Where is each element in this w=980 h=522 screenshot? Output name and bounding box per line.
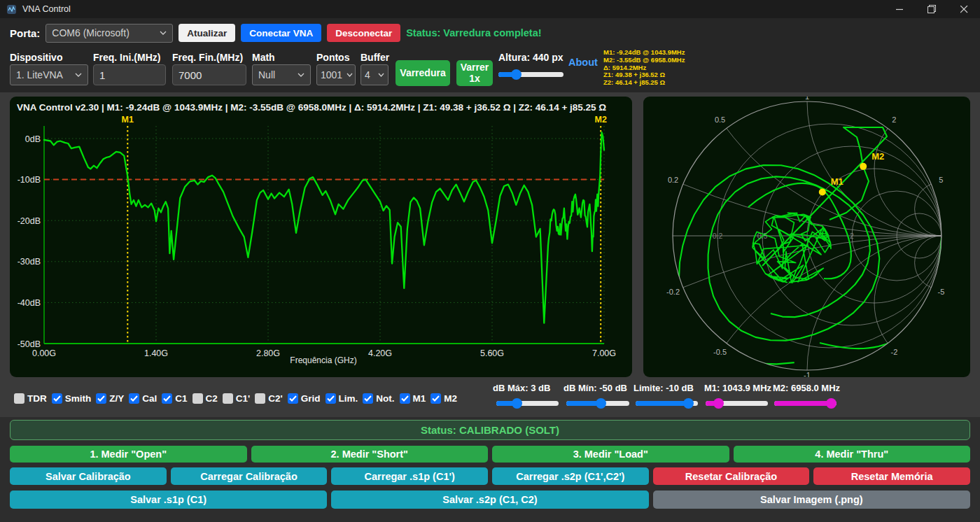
slider-1[interactable] xyxy=(566,398,629,409)
checkbox-box[interactable] xyxy=(129,393,139,404)
checkbox-box[interactable] xyxy=(363,393,373,404)
device-select[interactable]: 1. LiteVNA xyxy=(10,64,88,85)
svg-text:0.5: 0.5 xyxy=(757,232,768,240)
connect-button[interactable]: Conectar VNA xyxy=(241,24,321,42)
checkbox-box[interactable] xyxy=(430,393,441,404)
sweep-once-button[interactable]: Varrer1x xyxy=(456,60,493,86)
cal-button-3[interactable]: Carregar .s1p (C1') xyxy=(331,467,488,485)
sweep-once-line1: Varrer xyxy=(461,62,489,73)
buffer-select-value: 4 xyxy=(365,69,370,80)
checkbox-tdr[interactable]: TDR xyxy=(14,393,47,404)
checkbox-box[interactable] xyxy=(96,393,106,404)
measure-button-1[interactable]: 1. Medir "Open" xyxy=(10,446,247,463)
save-button-3[interactable]: Salvar Imagem (.png) xyxy=(653,491,970,509)
checkbox-box[interactable] xyxy=(326,393,336,404)
save-button-1[interactable]: Salvar .s1p (C1) xyxy=(10,491,327,509)
svg-text:-5: -5 xyxy=(938,288,945,296)
chevron-down-icon xyxy=(346,73,353,77)
checkbox-grid[interactable]: Grid xyxy=(288,393,321,404)
checkbox-box[interactable] xyxy=(162,393,172,404)
checkbox-not[interactable]: Not. xyxy=(363,393,394,404)
cal-button-6[interactable]: Resetar Memória xyxy=(813,467,970,485)
port-select[interactable]: COM6 (Microsoft) xyxy=(46,24,173,43)
checkbox-label: C2' xyxy=(268,393,282,404)
math-select[interactable]: Null xyxy=(252,64,311,85)
display-options: TDRSmithZ/YCalC1C2C1'C2'GridLim.Not.M1M2 xyxy=(14,390,457,406)
cal-button-5[interactable]: Resetar Calibração xyxy=(653,467,810,485)
height-label: Altura: 440 px xyxy=(498,52,564,63)
slider-2[interactable] xyxy=(636,398,698,409)
slider-2-knob[interactable] xyxy=(683,398,694,409)
freq-start-input[interactable]: 1 xyxy=(93,64,166,85)
svg-text:VNA Control v2.30 | M1: -9.24d: VNA Control v2.30 | M1: -9.24dB @ 1043.9… xyxy=(17,102,606,113)
save-button-2[interactable]: Salvar .s2p (C1, C2) xyxy=(331,491,648,509)
checkbox-m1[interactable]: M1 xyxy=(400,393,426,404)
sweep-button[interactable]: Varredura xyxy=(396,60,450,86)
calibration-status-bar: Status: CALIBRADO (SOLT) xyxy=(10,420,970,440)
checkbox-box[interactable] xyxy=(255,393,265,404)
slider-4[interactable] xyxy=(774,398,836,409)
restore-button[interactable] xyxy=(916,0,948,18)
freq-end-input[interactable]: 7000 xyxy=(172,64,246,85)
freq-end-label: Freq. Fin.(MHz) xyxy=(172,52,243,63)
measure-button-4[interactable]: 4. Medir "Thru" xyxy=(734,446,971,463)
svg-text:0.2: 0.2 xyxy=(713,232,723,240)
checkbox-lim[interactable]: Lim. xyxy=(326,393,358,404)
checkbox-c2[interactable]: C2 xyxy=(192,393,218,404)
checkbox-label: M2 xyxy=(444,393,457,404)
slider-1-knob[interactable] xyxy=(596,398,606,409)
points-label: Pontos xyxy=(316,52,349,63)
slider-0-knob[interactable] xyxy=(512,398,522,409)
svg-text:M1: M1 xyxy=(122,115,134,125)
svg-text:0.00G: 0.00G xyxy=(32,348,56,358)
checkbox-c2[interactable]: C2' xyxy=(255,393,282,404)
checkbox-label: Smith xyxy=(65,393,92,404)
cal-button-4[interactable]: Carregar .s2p (C1',C2') xyxy=(492,467,649,485)
title-bar: VNA Control xyxy=(0,0,980,18)
checkbox-c1[interactable]: C1' xyxy=(223,393,250,404)
freq-end-value: 7000 xyxy=(178,69,202,81)
height-slider-knob[interactable] xyxy=(511,69,522,80)
checkbox-box[interactable] xyxy=(14,393,24,404)
svg-text:Frequência (GHz): Frequência (GHz) xyxy=(290,355,356,365)
slider-label-0: dB Máx: 3 dB xyxy=(493,383,550,393)
points-select[interactable]: 1001 xyxy=(316,64,356,85)
slider-label-3: M1: 1043.9 MHz xyxy=(704,383,771,393)
checkbox-c1[interactable]: C1 xyxy=(162,393,187,404)
checkbox-box[interactable] xyxy=(223,393,233,404)
math-label: Math xyxy=(252,52,275,63)
checkbox-box[interactable] xyxy=(400,393,410,404)
cal-button-1[interactable]: Salvar Calibração xyxy=(10,467,167,485)
measure-button-2[interactable]: 2. Medir "Short" xyxy=(251,446,489,463)
about-link[interactable]: About xyxy=(568,57,598,68)
refresh-button[interactable]: Atualizar xyxy=(178,24,235,42)
svg-text:1: 1 xyxy=(805,97,809,101)
minimize-button[interactable] xyxy=(883,0,916,18)
slider-4-knob[interactable] xyxy=(826,398,836,409)
points-select-value: 1001 xyxy=(321,69,342,80)
checkbox-smith[interactable]: Smith xyxy=(52,393,92,404)
checkbox-box[interactable] xyxy=(288,393,298,404)
svg-text:-30dB: -30dB xyxy=(18,257,41,267)
checkbox-m2[interactable]: M2 xyxy=(430,393,457,404)
calibration-status-text: Status: CALIBRADO (SOLT) xyxy=(421,424,559,436)
close-button[interactable] xyxy=(948,0,980,18)
height-slider[interactable] xyxy=(498,69,564,80)
slider-3[interactable] xyxy=(706,398,768,409)
slider-3-knob[interactable] xyxy=(713,398,724,409)
buffer-select[interactable]: 4 xyxy=(360,64,388,85)
checkbox-label: C1' xyxy=(236,393,250,404)
checkbox-box[interactable] xyxy=(192,393,203,404)
smith-chart-panel: 0.20.5125-0.2-0.5-1-2-50.20.52M1M2 xyxy=(643,97,970,377)
cal-button-2[interactable]: Carregar Calibração xyxy=(171,467,328,485)
disconnect-button[interactable]: Desconectar xyxy=(327,24,400,42)
checkbox-label: C1 xyxy=(175,393,187,404)
checkbox-zy[interactable]: Z/Y xyxy=(96,393,124,404)
checkbox-box[interactable] xyxy=(52,393,62,404)
measure-button-3[interactable]: 3. Medir "Load" xyxy=(492,446,729,463)
slider-0[interactable] xyxy=(496,398,559,409)
window-title: VNA Control xyxy=(22,4,71,14)
checkbox-cal[interactable]: Cal xyxy=(129,393,157,404)
svg-text:-40dB: -40dB xyxy=(18,298,41,308)
smith-chart: 0.20.5125-0.2-0.5-1-2-50.20.52M1M2 xyxy=(643,97,970,377)
